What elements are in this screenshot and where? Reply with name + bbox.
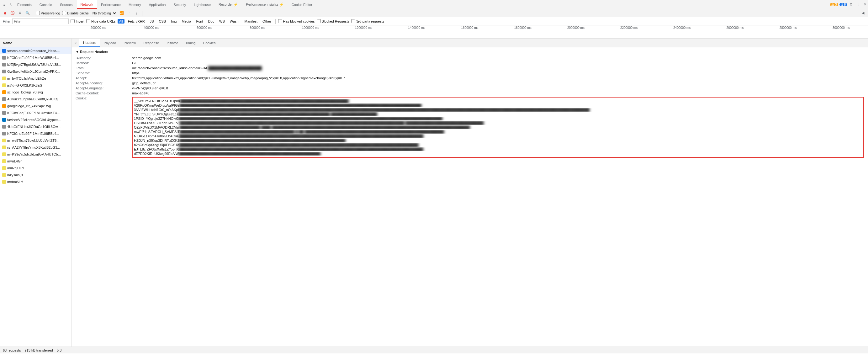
- file-item-12[interactable]: KFOlCnqEu92Fr1MmEU9fBBc4...: [0, 130, 71, 137]
- wifi-icon: 📶: [119, 10, 124, 16]
- file-item-9[interactable]: KFOmCnqEu92Fr1Mu4mxKKTU...: [0, 110, 71, 116]
- search-btn[interactable]: 🔍: [25, 10, 30, 16]
- has-blocked-cookies-label[interactable]: Has blocked cookies: [278, 19, 315, 23]
- file-item-14[interactable]: rs=AA2YrTtIruYmuX8KutlB2oG3...: [0, 144, 71, 151]
- timeline-label-2: 400000 ms: [125, 26, 178, 29]
- tab-memory[interactable]: Memory: [125, 0, 145, 9]
- filter-input[interactable]: [12, 19, 69, 24]
- tab-elements[interactable]: Elements: [13, 0, 36, 9]
- file-item-0[interactable]: search-console?resource_id=sc-...: [0, 47, 71, 54]
- timeline-label-11: 2200000 ms: [602, 26, 655, 29]
- cursor-icon[interactable]: ↖: [8, 2, 13, 7]
- preserve-log-label[interactable]: Preserve log: [36, 11, 60, 15]
- error-badge: ⊘ 8: [839, 3, 847, 6]
- header-name-accept: Accept:: [75, 76, 132, 80]
- file-item-6[interactable]: sc_logo_lockup_v3.svg: [0, 89, 71, 96]
- third-party-requests-checkbox[interactable]: [351, 19, 355, 23]
- filter-all[interactable]: All: [118, 19, 124, 24]
- tab-lighthouse[interactable]: Lighthouse: [190, 0, 215, 9]
- stop-recording-btn[interactable]: 🚫: [10, 10, 16, 16]
- tab-recorder[interactable]: Recorder ⚡: [215, 0, 242, 9]
- request-headers-section[interactable]: ▼ Request Headers: [75, 50, 864, 54]
- download-icon[interactable]: ↓: [134, 10, 140, 16]
- invert-checkbox[interactable]: [70, 19, 74, 23]
- file-item-17[interactable]: m=RqjULd: [0, 165, 71, 172]
- file-icon-3: [2, 70, 6, 73]
- file-item-18[interactable]: lazy.min.js: [0, 172, 71, 178]
- tab-response[interactable]: Response: [140, 38, 163, 47]
- file-item-2[interactable]: kJEjBvgX7BgnkSrUwT8UnLVc38...: [0, 61, 71, 68]
- tab-preview[interactable]: Preview: [120, 38, 140, 47]
- file-name-13: m=ws9Tlc,n73qwf,UUJqVe,IZT6...: [7, 139, 60, 142]
- disable-cache-checkbox[interactable]: [62, 11, 66, 15]
- tab-console[interactable]: Console: [36, 0, 56, 9]
- filter-manifest[interactable]: Manifest: [243, 19, 259, 24]
- details-tabs: × Headers Payload Preview Response Initi…: [72, 38, 868, 47]
- tab-performance-insights[interactable]: Performance insights ⚡: [242, 0, 287, 9]
- preserve-log-checkbox[interactable]: [36, 11, 40, 15]
- collapse-panel-icon[interactable]: ◀: [860, 10, 866, 16]
- file-icon-13: [2, 139, 6, 142]
- tab-headers[interactable]: Headers: [79, 38, 100, 47]
- tab-initiator[interactable]: Initiator: [163, 38, 182, 47]
- filter-toolbar: Filter Invert Hide data URLs All Fetch/X…: [0, 17, 868, 25]
- tab-performance[interactable]: Performance: [97, 0, 125, 9]
- blocked-requests-checkbox[interactable]: [317, 19, 321, 23]
- timeline-label-15: 3000000 ms: [815, 26, 868, 29]
- file-name-4: m=byfTOb,lsjVmc,LEikZe: [7, 77, 46, 80]
- tab-sources[interactable]: Sources: [56, 0, 76, 9]
- file-icon-15: [2, 152, 6, 156]
- file-name-15: m=K99qYi,5dxUd,m9oV,A4UTCb...: [7, 152, 61, 156]
- cookie-row-11: EJTL8zrZH08sXa8sLZYoprlX████████████████…: [134, 147, 862, 151]
- overflow-icon[interactable]: ⋮: [855, 2, 861, 7]
- hide-data-urls-checkbox[interactable]: [86, 19, 90, 23]
- file-item-1[interactable]: KFOlCnqEu92Fr1MmWUlfBBc4...: [0, 54, 71, 61]
- file-item-4[interactable]: m=byfTOb,lsjVmc,LEikZe: [0, 75, 71, 82]
- filter-css[interactable]: CSS: [157, 19, 168, 24]
- filter-font[interactable]: Font: [194, 19, 205, 24]
- filter-doc[interactable]: Doc: [206, 19, 216, 24]
- file-item-15[interactable]: m=K99qYi,5dxUd,m9oV,A4UTCb...: [0, 151, 71, 158]
- file-item-10[interactable]: faviconV2?client=SOCIAL&type=...: [0, 116, 71, 123]
- cookie-row-7: mwEf54; SEARCH_SAMESIT██████████████████…: [134, 129, 862, 134]
- filter-img[interactable]: Img: [169, 19, 178, 24]
- tab-cookies[interactable]: Cookies: [199, 38, 219, 47]
- tab-application[interactable]: Application: [145, 0, 170, 9]
- invert-checkbox-label[interactable]: Invert: [70, 19, 84, 23]
- tab-cookie-editor[interactable]: Cookie Editor: [288, 0, 316, 9]
- disable-cache-label[interactable]: Disable cache: [62, 11, 89, 15]
- filter-ws[interactable]: WS: [218, 19, 226, 24]
- timeline-label-5: 1000000 ms: [284, 26, 337, 29]
- filter-media[interactable]: Media: [180, 19, 192, 24]
- filter-js[interactable]: JS: [148, 19, 156, 24]
- blocked-requests-label[interactable]: Blocked Requests: [317, 19, 350, 23]
- header-row-path: :Path: /u/1/search-console?resource_id=s…: [75, 65, 864, 70]
- file-item-11[interactable]: 4UaGrENHsxJIGDuGo1OlIL3Ow...: [0, 123, 71, 130]
- close-details-btn[interactable]: ×: [73, 40, 78, 46]
- filter-other[interactable]: Other: [261, 19, 273, 24]
- file-item-5[interactable]: js?id=G-QX2LK1FZEG: [0, 82, 71, 89]
- close-devtools-icon[interactable]: ✕: [862, 2, 868, 7]
- filter-fetch-xhr[interactable]: Fetch/XHR: [126, 19, 147, 24]
- tab-network[interactable]: Network: [77, 0, 97, 9]
- file-item-8[interactable]: googlelogo_clr_74x24px.svg: [0, 102, 71, 110]
- third-party-requests-label[interactable]: 3rd-party requests: [351, 19, 384, 23]
- tab-payload[interactable]: Payload: [100, 38, 120, 47]
- record-btn[interactable]: ⏺: [2, 10, 8, 16]
- cookie-value-9: HZDJN_n3fKup3DhRTuZKK2██████████████████…: [134, 139, 862, 142]
- filter-btn[interactable]: ⚙: [17, 10, 23, 16]
- file-item-7[interactable]: AGvuzYaLhpkbEB5xm8Q7HUKtj...: [0, 96, 71, 102]
- settings-icon[interactable]: ⚙: [848, 2, 854, 7]
- throttle-select[interactable]: No throttling: [91, 11, 117, 16]
- file-item-3[interactable]: Gw6kwdfw6UnXLJCcmafZyFRX...: [0, 68, 71, 75]
- file-item-16[interactable]: m=nL4Gr: [0, 158, 71, 165]
- file-item-19[interactable]: m=bm51tf: [0, 178, 71, 185]
- has-blocked-cookies-checkbox[interactable]: [278, 19, 282, 23]
- tab-security[interactable]: Security: [169, 0, 190, 9]
- devtools-toggle-icon[interactable]: ≡: [2, 2, 7, 7]
- tab-timing[interactable]: Timing: [182, 38, 199, 47]
- file-item-13[interactable]: m=ws9Tlc,n73qwf,UUJqVe,IZT6...: [0, 137, 71, 144]
- hide-data-urls-label[interactable]: Hide data URLs: [86, 19, 116, 23]
- filter-wasm[interactable]: Wasm: [228, 19, 241, 24]
- upload-icon[interactable]: ↑: [126, 10, 132, 16]
